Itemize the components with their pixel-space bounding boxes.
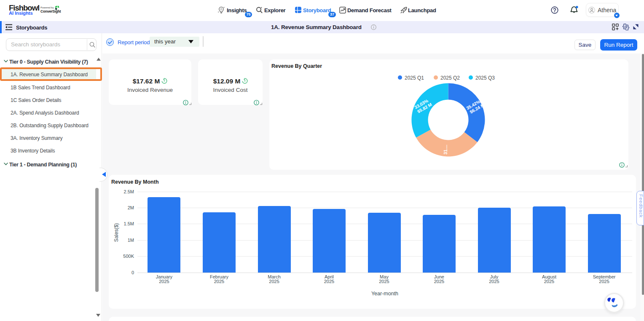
svg-text:31....: 31.... [443, 144, 448, 154]
